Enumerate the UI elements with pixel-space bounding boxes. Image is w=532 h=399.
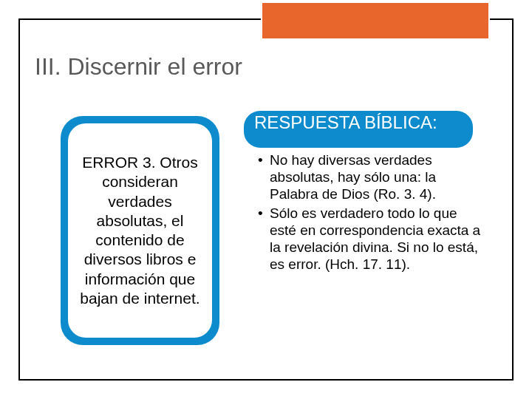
response-bullets: No hay diversas verdades absolutas, hay … (256, 151, 485, 274)
slide-title: III. Discernir el error (35, 53, 242, 81)
response-heading-text: RESPUESTA BÍBLICA: (254, 113, 463, 132)
header-accent-bar (261, 1, 490, 40)
bullet-item: Sólo es verdadero todo lo que esté en co… (256, 205, 485, 273)
error-card-text: ERROR 3. Otros consideran verdades absol… (78, 153, 202, 308)
error-card-inner: ERROR 3. Otros consideran verdades absol… (68, 123, 212, 338)
slide-frame: III. Discernir el error ERROR 3. Otros c… (18, 18, 514, 381)
error-card: ERROR 3. Otros consideran verdades absol… (61, 116, 219, 345)
bullet-item: No hay diversas verdades absolutas, hay … (256, 151, 485, 203)
response-heading-pill: RESPUESTA BÍBLICA: (244, 111, 473, 148)
